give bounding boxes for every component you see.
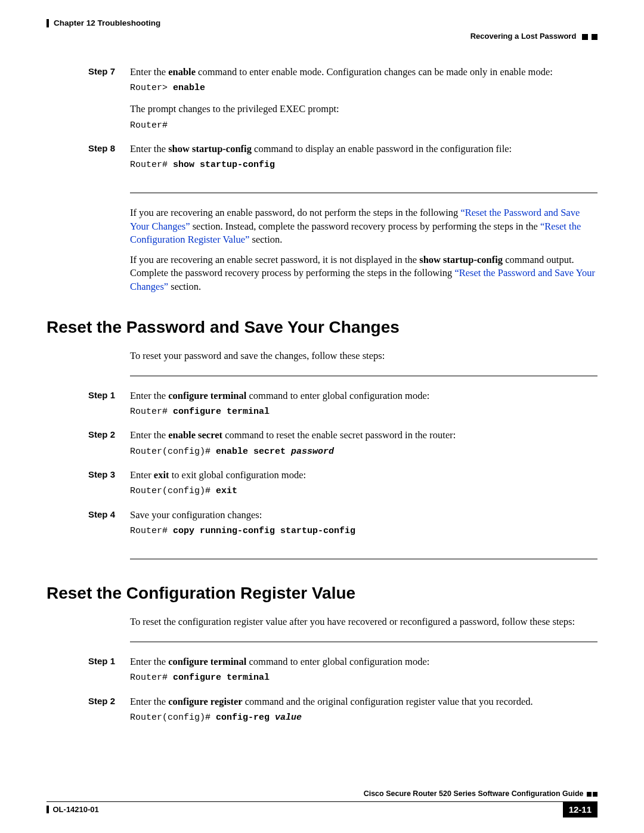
- step-3: Step 3 Enter exit to exit global configu…: [88, 469, 597, 506]
- intro-text: To reset the configuration register valu…: [130, 615, 597, 628]
- page-footer: Cisco Secure Router 520 Series Software …: [47, 789, 597, 817]
- step-7: Step 7 Enter the enable command to enter…: [88, 66, 597, 140]
- paragraph: If you are recovering an enable secret p…: [130, 253, 597, 293]
- step-2: Step 2 Enter the enable secret command t…: [88, 429, 597, 466]
- divider: [130, 376, 597, 376]
- step-8: Step 8 Enter the show startup-config com…: [88, 143, 597, 180]
- page-number: 12-11: [563, 802, 597, 817]
- step-4: Step 4 Save your configuration changes: …: [88, 509, 597, 546]
- heading-reset-config-register: Reset the Configuration Register Value: [47, 582, 597, 605]
- step-label: Step 8: [88, 143, 130, 180]
- divider: [130, 642, 597, 642]
- step-1: Step 1 Enter the configure terminal comm…: [88, 389, 597, 427]
- divider: [130, 193, 597, 193]
- intro-text: To reset your password and save the chan…: [130, 349, 597, 363]
- paragraph: If you are recovering an enable password…: [130, 206, 597, 246]
- chapter-label: Chapter 12 Troubleshooting: [54, 18, 160, 29]
- chapter-header: Chapter 12 Troubleshooting: [47, 18, 597, 29]
- heading-reset-password: Reset the Password and Save Your Changes: [47, 316, 597, 339]
- step-label: Step 7: [88, 66, 130, 140]
- guide-title: Cisco Secure Router 520 Series Software …: [364, 789, 584, 798]
- doc-id: OL-14210-01: [53, 804, 99, 815]
- divider: [130, 559, 597, 559]
- step-2: Step 2 Enter the configure register comm…: [88, 695, 597, 733]
- step-1: Step 1 Enter the configure terminal comm…: [88, 655, 597, 693]
- section-header: Recovering a Lost Password: [47, 31, 597, 42]
